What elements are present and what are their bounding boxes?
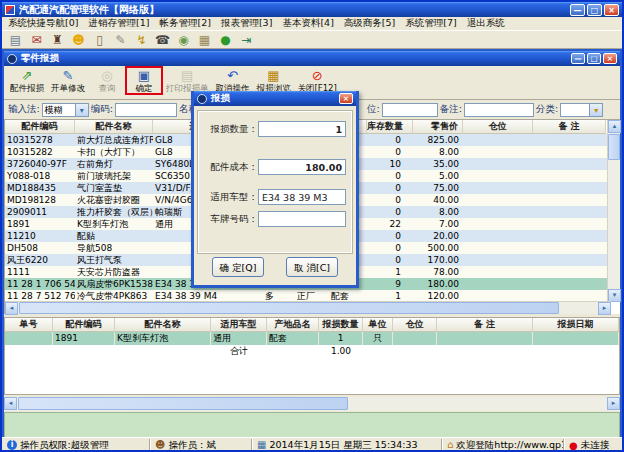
chevron-down-icon[interactable]: ▾ — [590, 103, 603, 117]
menu-item[interactable]: 高级商务[5] — [344, 17, 395, 30]
cell-stock: 0 — [367, 206, 413, 218]
menu-item[interactable]: 报表管理[3] — [221, 17, 272, 30]
category-select[interactable]: ▾ — [560, 103, 603, 117]
column-header[interactable]: 仓位 — [463, 120, 533, 134]
phone-icon[interactable]: ☎ — [155, 33, 170, 47]
cell-price: 8.00 — [413, 206, 463, 218]
column-header[interactable]: 配件名称 — [115, 318, 211, 332]
column-header[interactable]: 备 注 — [437, 318, 533, 332]
menu-bar: 系统快捷导航[0]进销存管理[1]帐务管理[2]报表管理[3]基本资料[4]高级… — [2, 17, 622, 31]
toolbar-button[interactable]: ▤ 打印报损单 — [164, 68, 211, 93]
column-header[interactable]: 备 注 — [533, 120, 606, 134]
scroll-left-icon[interactable]: ◂ — [4, 397, 17, 410]
cell-stock: 0 — [367, 254, 413, 266]
globe-icon[interactable]: ◉ — [176, 33, 191, 47]
input-method-select[interactable]: 模糊 ▾ — [42, 103, 89, 117]
column-header[interactable]: 适用车型 — [211, 318, 267, 332]
code-input[interactable] — [115, 103, 177, 117]
column-header[interactable]: 单位 — [363, 318, 393, 332]
cell-position — [463, 158, 533, 170]
cell-code: 10315278 — [5, 134, 75, 146]
column-header[interactable]: 库存数量 — [367, 120, 413, 134]
close-button[interactable]: × — [604, 4, 619, 16]
plate-input[interactable] — [258, 211, 346, 227]
restore-button[interactable]: □ — [587, 4, 602, 16]
minimize-button[interactable]: — — [570, 4, 585, 16]
cell-price: 7.00 — [413, 218, 463, 230]
cell-remark — [533, 194, 606, 206]
column-header[interactable]: 产地品名 — [267, 318, 319, 332]
cancel-button[interactable]: 取 消[C] — [286, 257, 338, 277]
welcome-link[interactable]: 欢迎登陆http://www.qp110.com — [456, 439, 564, 452]
cell-orderno — [5, 332, 53, 345]
menu-item[interactable]: 系统快捷导航[0] — [8, 17, 78, 30]
cell-code: DH508 — [5, 242, 75, 254]
column-header[interactable]: 单号 — [5, 318, 53, 332]
toolbar-button[interactable]: ✎ 开单修改 — [49, 68, 87, 93]
position-input[interactable] — [382, 103, 438, 117]
toolbar-button[interactable]: ◎ 查询 — [90, 68, 124, 93]
toolbar-button[interactable]: ⇗ 配件报损 — [8, 68, 46, 93]
green-ball-icon[interactable]: ● — [218, 33, 233, 47]
ok-button[interactable]: 确 定[Q] — [212, 257, 264, 277]
edit-icon[interactable]: ✎ — [113, 33, 128, 47]
printer-icon[interactable]: ▤ — [8, 33, 23, 47]
permission-status: 操作员权限:超级管理 — [20, 439, 109, 452]
panel-maximize-button[interactable]: □ — [587, 53, 601, 64]
column-header[interactable]: 配件名称 — [75, 120, 153, 134]
scrollbar-thumb[interactable] — [608, 134, 620, 160]
panel-minimize-button[interactable]: — — [571, 53, 585, 64]
panel-close-button[interactable]: × — [603, 53, 617, 64]
dialog-close-button[interactable]: × — [339, 93, 353, 104]
menu-item[interactable]: 帐务管理[2] — [159, 17, 210, 30]
smiley-icon[interactable]: ☻ — [71, 33, 86, 47]
menu-item[interactable]: 系统管理[7] — [405, 17, 456, 30]
main-horizontal-scrollbar[interactable]: ◂ ▸ — [4, 397, 620, 411]
notebook-icon[interactable]: ▯ — [92, 33, 107, 47]
cell-unit: 只 — [363, 332, 393, 345]
code-label: 编码: — [91, 103, 113, 116]
menu-item[interactable]: 进销存管理[1] — [88, 17, 149, 30]
column-header[interactable]: 配件编码 — [53, 318, 115, 332]
scroll-right-icon[interactable]: ▸ — [598, 302, 611, 315]
column-header[interactable]: 仓位 — [393, 318, 437, 332]
bank-icon[interactable]: ♜ — [50, 33, 65, 47]
lightning-icon[interactable]: ↯ — [134, 33, 149, 47]
toolbar-button[interactable]: ▣ 确定 — [127, 68, 161, 93]
position-label: 位: — [367, 103, 380, 116]
cell-code: MD188435 — [5, 182, 75, 194]
toolbar-button[interactable]: ▦ 报损浏览 — [255, 68, 293, 93]
column-header[interactable]: 报损日期 — [533, 318, 619, 332]
scrollbar-thumb[interactable] — [19, 302, 559, 314]
scroll-up-icon[interactable]: ▴ — [608, 120, 621, 133]
cell-price: 35.00 — [413, 158, 463, 170]
model-input[interactable]: E34 38 39 M3 — [258, 189, 346, 205]
cell-model: 通用 — [211, 332, 267, 345]
scrollbar-thumb[interactable] — [18, 397, 348, 410]
qty-input[interactable]: 1 — [258, 121, 346, 137]
table-row[interactable]: 1891 K型刹车灯泡 通用 配套 1 只 — [5, 332, 619, 345]
cell-remark — [533, 182, 606, 194]
operator-icon: ☻ — [155, 439, 165, 451]
column-header[interactable]: 报损数量 — [319, 318, 363, 332]
cell-code: 1891 — [53, 332, 115, 345]
menu-item[interactable]: 基本资料[4] — [282, 17, 333, 30]
vertical-scrollbar[interactable]: ▴ ▾ — [607, 120, 620, 302]
mail-icon[interactable]: ✉ — [29, 33, 44, 47]
scroll-left-icon[interactable]: ◂ — [5, 302, 18, 315]
column-header[interactable]: 零售价 — [413, 120, 463, 134]
chevron-down-icon[interactable]: ▾ — [76, 103, 89, 117]
cell-remark — [533, 254, 606, 266]
toolbar-button[interactable]: ⊘ 关闭[F12] — [296, 68, 339, 93]
menu-item[interactable]: 退出系统 — [467, 17, 505, 30]
horizontal-scrollbar[interactable]: ◂ ▸ — [5, 301, 611, 314]
scroll-right-icon[interactable]: ▸ — [607, 397, 620, 410]
column-header[interactable]: 配件编码 — [5, 120, 75, 134]
remark-input[interactable] — [464, 103, 534, 117]
abacus-icon[interactable]: ▦ — [197, 33, 212, 47]
cost-input[interactable]: 180.00 — [258, 159, 346, 175]
toolbar-button-label: 配件报损 — [10, 83, 44, 93]
toolbar-button[interactable]: ↶ 取消操作 — [214, 68, 252, 93]
undo-icon: ↶ — [227, 68, 238, 83]
exit-icon[interactable]: ⇥ — [239, 33, 254, 47]
